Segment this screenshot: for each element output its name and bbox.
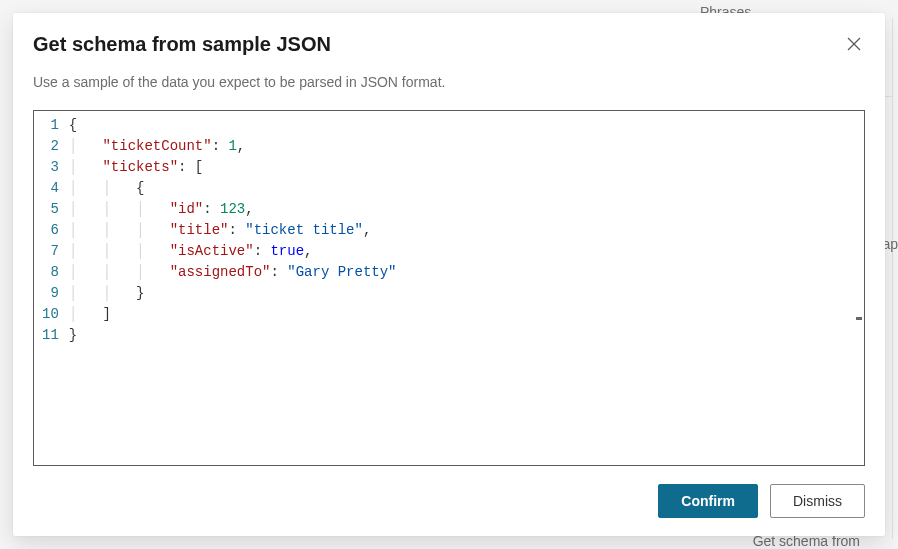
modal-footer: Confirm Dismiss <box>33 484 865 518</box>
json-editor[interactable]: 1 2 3 4 5 6 7 8 9 10 11 { │ "ticketCount… <box>33 110 865 466</box>
scroll-indicator <box>856 317 862 320</box>
confirm-button[interactable]: Confirm <box>658 484 758 518</box>
close-button[interactable] <box>843 33 865 55</box>
code-content[interactable]: { │ "ticketCount": 1, │ "tickets": [ │ │… <box>69 111 864 465</box>
modal-title: Get schema from sample JSON <box>33 33 331 56</box>
modal-subtitle: Use a sample of the data you expect to b… <box>33 74 865 90</box>
dismiss-button[interactable]: Dismiss <box>770 484 865 518</box>
modal-header: Get schema from sample JSON <box>33 33 865 56</box>
line-number-gutter: 1 2 3 4 5 6 7 8 9 10 11 <box>34 111 69 465</box>
close-icon <box>847 37 861 51</box>
modal-dialog: Get schema from sample JSON Use a sample… <box>13 13 885 536</box>
